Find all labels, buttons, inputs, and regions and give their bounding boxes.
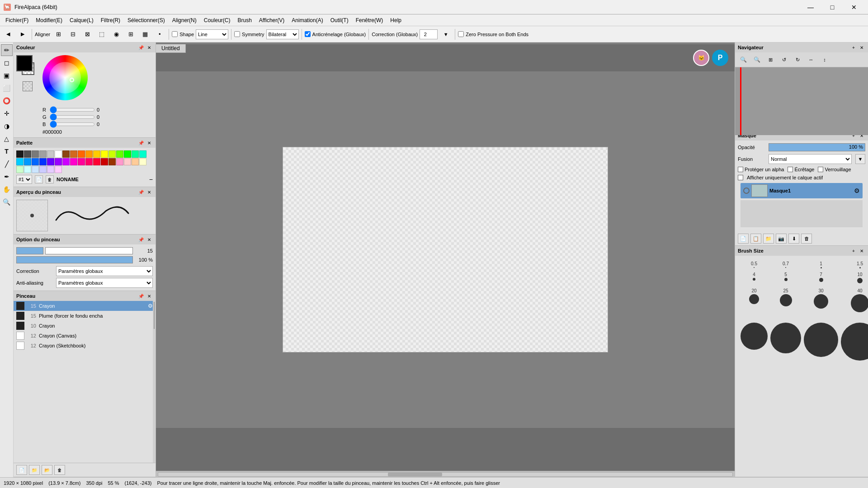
shape-checkbox[interactable] xyxy=(172,31,178,37)
nav-fit[interactable]: ⊞ xyxy=(764,53,777,66)
pinceau-pin[interactable]: 📌 xyxy=(137,292,145,300)
scroll-track[interactable] xyxy=(158,472,733,477)
palette-color-cell[interactable] xyxy=(16,166,24,173)
apercu-pin[interactable]: 📌 xyxy=(137,188,145,196)
lasso-tool[interactable]: ⭕ xyxy=(1,95,13,107)
brushsize-cell-1[interactable]: 0.7 xyxy=(770,261,801,269)
menu-afficher[interactable]: Afficher(V) xyxy=(255,15,288,25)
menu-outil[interactable]: Outil(T) xyxy=(327,15,352,25)
brush-new-btn[interactable]: 📁 xyxy=(29,465,40,475)
align-btn-7[interactable]: ▦ xyxy=(139,28,151,41)
brush-scrollbar-thumb[interactable] xyxy=(154,302,155,329)
palette-color-cell[interactable] xyxy=(78,150,85,158)
brush-item-0[interactable]: 15 Crayon ⚙ xyxy=(14,301,156,311)
menu-aligner[interactable]: Aligner(N) xyxy=(169,15,200,25)
blue-slider[interactable] xyxy=(50,121,95,127)
menu-couleur[interactable]: Couleur(C) xyxy=(200,15,234,25)
green-slider[interactable] xyxy=(50,114,95,120)
layer-copy-btn[interactable]: 📋 xyxy=(750,234,761,244)
palette-color-cell[interactable] xyxy=(85,150,93,158)
align-btn-1[interactable]: ⊞ xyxy=(52,28,65,41)
palette-select[interactable]: #1#2#3 xyxy=(16,175,32,184)
transparent-swatch[interactable] xyxy=(23,81,33,91)
nav-reset[interactable]: ↺ xyxy=(778,53,790,66)
brushsize-cell-12[interactable]: 20 xyxy=(741,288,768,319)
palette-color-cell[interactable] xyxy=(47,158,54,165)
nav-rotate-cw[interactable]: ↻ xyxy=(791,53,804,66)
layer-delete-btn[interactable]: 🗑 xyxy=(801,234,812,244)
palette-color-cell[interactable] xyxy=(101,158,108,165)
drawing-canvas[interactable] xyxy=(283,147,608,352)
align-btn-4[interactable]: ⬚ xyxy=(95,28,108,41)
size-slider-filled[interactable] xyxy=(16,247,43,254)
palette-color-cell[interactable] xyxy=(139,150,146,158)
brushsize-cell-2[interactable]: 1 xyxy=(804,261,838,269)
brush-item-3[interactable]: 12 Crayon (Canvas) xyxy=(14,331,156,341)
brushsize-cell-0[interactable]: 0.5 xyxy=(741,261,768,269)
brushsize-cell-7[interactable]: 5 xyxy=(770,272,801,286)
correction-input[interactable] xyxy=(420,29,438,39)
align-btn-2[interactable]: ⊟ xyxy=(66,28,79,41)
color-wheel[interactable] xyxy=(42,55,92,105)
apercu-close[interactable]: ✕ xyxy=(146,188,153,196)
palette-color-cell[interactable] xyxy=(70,158,77,165)
navigator-expand[interactable]: + xyxy=(850,44,857,51)
layer-folder-btn[interactable]: 📁 xyxy=(763,234,774,244)
brush-item-4[interactable]: 12 Crayon (Sketchbook) xyxy=(14,341,156,351)
red-slider[interactable] xyxy=(50,107,95,113)
pinceau-close[interactable]: ✕ xyxy=(146,292,153,300)
couleur-close[interactable]: ✕ xyxy=(146,44,153,51)
palette-color-cell[interactable] xyxy=(85,158,93,165)
palette-color-cell[interactable] xyxy=(108,158,116,165)
palette-color-cell[interactable] xyxy=(132,158,139,165)
menu-brush[interactable]: Brush xyxy=(234,15,255,25)
nav-zoom-in[interactable]: 🔍 xyxy=(737,53,750,66)
palette-color-cell[interactable] xyxy=(62,150,70,158)
palette-color-cell[interactable] xyxy=(24,158,31,165)
zoom-tool[interactable]: 🔍 xyxy=(1,196,13,208)
antialias-option-select[interactable]: Paramètres globaux xyxy=(56,278,153,288)
brushsize-cell-14[interactable]: 30 xyxy=(804,288,838,319)
minimize-button[interactable]: — xyxy=(800,0,821,14)
nav-zoom-out[interactable]: 🔍 xyxy=(750,53,763,66)
menu-modifier[interactable]: Modifier(E) xyxy=(32,15,66,25)
palette-color-cell[interactable] xyxy=(24,166,31,173)
cat-icon[interactable]: 🐱 xyxy=(693,50,709,66)
hand-tool[interactable]: ✋ xyxy=(1,183,13,195)
palette-color-cell[interactable] xyxy=(39,166,47,173)
brushsize-cell-18[interactable] xyxy=(741,322,768,368)
select-rect-tool[interactable]: ⬜ xyxy=(1,82,13,94)
nav-flip-v[interactable]: ↕ xyxy=(818,53,831,66)
option-pin[interactable]: 📌 xyxy=(137,236,145,243)
foreground-color-swatch[interactable] xyxy=(16,55,33,71)
palette-color-cell[interactable] xyxy=(55,158,62,165)
layer-visibility[interactable] xyxy=(743,188,750,194)
palette-color-cell[interactable] xyxy=(101,150,108,158)
palette-color-cell[interactable] xyxy=(124,158,131,165)
menu-fenetre[interactable]: Fenêtre(W) xyxy=(352,15,387,25)
brushsize-close[interactable]: ✕ xyxy=(858,247,865,254)
brush-settings-0[interactable]: ⚙ xyxy=(148,303,153,309)
menu-calque[interactable]: Calque(L) xyxy=(66,15,97,25)
menu-selectionner[interactable]: Sélectionner(S) xyxy=(124,15,169,25)
fill-tool[interactable]: ▣ xyxy=(1,70,13,81)
symmetry-select[interactable]: Bilateral Rotational xyxy=(266,29,299,39)
brush-item-1[interactable]: 15 Plume (forcer le fondu encha xyxy=(14,311,156,321)
patreon-icon[interactable]: P xyxy=(712,50,728,66)
nav-flip-h[interactable]: ↔ xyxy=(805,53,817,66)
brushsize-cell-6[interactable]: 4 xyxy=(741,272,768,286)
menu-aide[interactable]: Help xyxy=(387,15,405,25)
palette-color-cell[interactable] xyxy=(55,166,62,173)
close-button[interactable]: ✕ xyxy=(844,0,864,14)
opacity-slider[interactable] xyxy=(16,256,133,263)
shape-tool[interactable]: △ xyxy=(1,133,13,145)
palette-color-cell[interactable] xyxy=(124,150,131,158)
palette-color-cell[interactable] xyxy=(93,150,100,158)
layer-gear-icon[interactable]: ⚙ xyxy=(854,187,860,194)
align-btn-6[interactable]: ⊞ xyxy=(124,28,137,41)
brushsize-cell-19[interactable] xyxy=(770,322,801,368)
palette-color-cell[interactable] xyxy=(16,150,24,158)
couleur-pin[interactable]: 📌 xyxy=(137,44,145,51)
brush-tool[interactable]: ✏ xyxy=(1,44,13,56)
brushsize-cell-20[interactable] xyxy=(804,322,838,368)
